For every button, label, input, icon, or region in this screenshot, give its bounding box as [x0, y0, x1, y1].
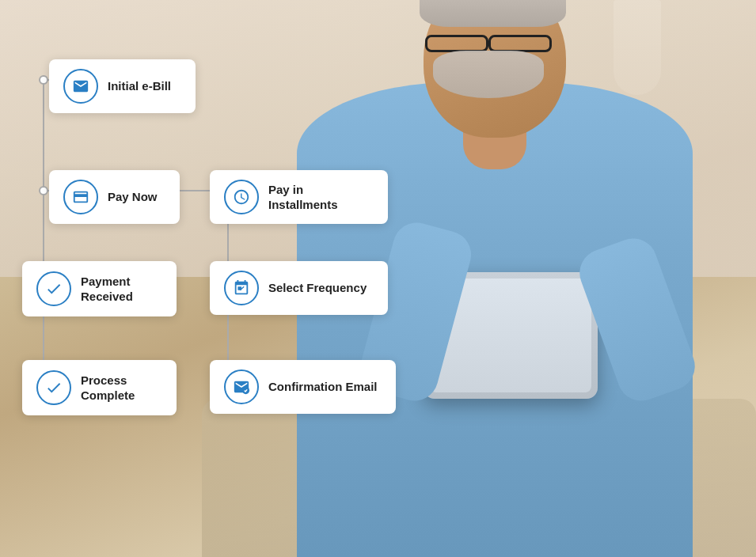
- ebill-label: Initial e-Bill: [108, 78, 171, 94]
- payment-received-label: Payment Received: [81, 274, 162, 305]
- paynow-label: Pay Now: [108, 189, 158, 205]
- installments-label: Pay in Installments: [268, 182, 374, 213]
- frequency-label: Select Frequency: [268, 280, 367, 296]
- card-icon: [63, 180, 98, 214]
- process-complete-label: Process Complete: [81, 373, 162, 404]
- card-payment-received[interactable]: Payment Received: [22, 261, 177, 316]
- calendar-check-icon: [224, 271, 259, 305]
- card-process-complete[interactable]: Process Complete: [22, 360, 177, 415]
- confirmation-label: Confirmation Email: [268, 379, 378, 395]
- envelope-check-icon: [224, 369, 259, 404]
- card-confirmation-email[interactable]: Confirmation Email: [210, 360, 396, 414]
- card-initial-ebill[interactable]: Initial e-Bill: [49, 59, 196, 113]
- clock-icon: [224, 180, 259, 214]
- checkmark-icon: [36, 370, 71, 405]
- check-circle-icon: [36, 271, 71, 306]
- card-pay-now[interactable]: Pay Now: [49, 170, 180, 224]
- envelope-icon: [63, 69, 98, 104]
- card-select-frequency[interactable]: Select Frequency: [210, 261, 388, 315]
- card-installments[interactable]: Pay in Installments: [210, 170, 388, 224]
